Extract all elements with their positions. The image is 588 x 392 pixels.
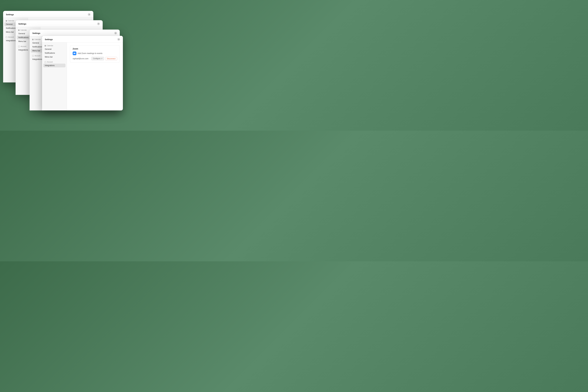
window-title-4: Settings — [45, 38, 53, 40]
zoom-logo — [73, 52, 76, 55]
zoom-actions: raphael@cron.com Configure ↗ Disconnect — [73, 57, 117, 60]
sidebar-section-calendar-4: ▦ Calendar — [43, 45, 66, 47]
sidebar-item-menubar-4[interactable]: Menu bar — [43, 55, 66, 59]
settings-window-integrations: Settings ✕ ▦ Calendar General Notificati… — [42, 36, 123, 110]
sidebar-item-general-4[interactable]: General — [43, 47, 66, 51]
close-button-2[interactable]: ✕ — [97, 22, 100, 25]
window-body-4: ▦ Calendar General Notifications Menu ba… — [42, 42, 123, 110]
sidebar-section-account-4: ◯ Account — [43, 61, 66, 64]
account-icon-4: ◯ — [44, 61, 46, 63]
close-button-1[interactable]: ✕ — [88, 13, 90, 16]
zoom-title: Zoom — [73, 48, 117, 50]
close-button-4[interactable]: ✕ — [117, 38, 120, 41]
window-title-3: Settings — [32, 32, 40, 34]
window-title-2: Settings — [18, 23, 26, 25]
zoom-desc-row: Add Zoom meetings to events — [73, 52, 117, 55]
disconnect-button[interactable]: Disconnect — [105, 57, 117, 60]
calendar-icon-4: ▦ — [44, 45, 46, 47]
calendar-icon-2: ▦ — [18, 29, 20, 31]
zoom-integration-item: Zoom Add Zoom meetings to events raphael… — [70, 45, 120, 63]
account-icon-2: ◯ — [18, 46, 20, 48]
titlebar-3: Settings ✕ — [30, 30, 120, 36]
titlebar-4: Settings ✕ — [42, 36, 123, 42]
zoom-desc: Add Zoom meetings to events — [78, 52, 117, 54]
content-integrations: Zoom Add Zoom meetings to events raphael… — [67, 42, 123, 110]
account-icon-1: ◯ — [6, 36, 8, 38]
sidebar-item-notifications-4[interactable]: Notifications — [43, 51, 66, 55]
account-icon-3: ◯ — [32, 55, 34, 57]
sidebar-item-integrations-4[interactable]: Integrations — [43, 64, 66, 67]
calendar-icon-1: ▦ — [6, 20, 7, 22]
zoom-icon — [74, 52, 76, 54]
svg-rect-0 — [74, 53, 75, 54]
titlebar-1: Settings ✕ — [3, 11, 93, 18]
close-button-3[interactable]: ✕ — [114, 32, 117, 34]
calendar-icon-3: ▦ — [32, 38, 34, 40]
configure-button[interactable]: Configure ↗ — [91, 57, 104, 60]
window-title-1: Settings — [6, 14, 14, 16]
svg-marker-1 — [75, 53, 76, 54]
sidebar-4: ▦ Calendar General Notifications Menu ba… — [42, 42, 67, 110]
zoom-email: raphael@cron.com — [73, 58, 90, 60]
titlebar-2: Settings ✕ — [16, 20, 103, 27]
